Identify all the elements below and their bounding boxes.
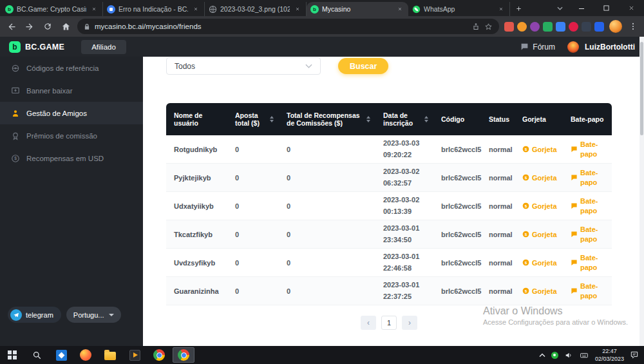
whatsapp-favicon (412, 5, 421, 14)
reload-icon[interactable] (41, 20, 54, 33)
cell-commission-rewards: 0 (280, 220, 377, 249)
cell-chat: Bate-papo (564, 277, 612, 305)
tab-close-icon[interactable] (497, 5, 506, 14)
media-player-icon[interactable] (122, 346, 147, 364)
profile-avatar[interactable] (609, 20, 622, 33)
forward-icon[interactable] (23, 20, 36, 33)
forum-link[interactable]: Fórum (520, 43, 555, 52)
cell-status: normal (482, 220, 516, 249)
home-icon[interactable] (59, 20, 72, 33)
volume-icon[interactable] (564, 351, 573, 359)
browser-tab-erro-indicacao[interactable]: Erro na Indicação - BC.Game (103, 2, 205, 16)
windows-taskbar: 22:47 02/03/2023 (0, 346, 644, 364)
tab-title: Mycasino (322, 5, 392, 13)
extension-icon[interactable] (556, 22, 565, 32)
extension-icon[interactable] (569, 22, 578, 32)
taskbar-search-button[interactable] (24, 346, 49, 364)
type-filter-dropdown[interactable]: Todos (166, 57, 321, 75)
browser-tab-bar: b BC.Game: Crypto Casino Gam Erro na Ind… (0, 0, 644, 16)
tab-afiliado[interactable]: Afiliado (81, 40, 126, 54)
col-header-signup-date[interactable]: Data de inscrição (377, 103, 435, 135)
tip-link[interactable]: $Gorjeta (522, 259, 558, 267)
tip-link[interactable]: $Gorjeta (522, 287, 558, 295)
browser-tab-mycasino-active[interactable]: b Mycasino (307, 2, 408, 16)
browser-menu-icon[interactable] (627, 22, 639, 31)
col-header-commission-rewards[interactable]: Total de Recompensas de Comissões ($) (280, 103, 377, 135)
new-tab-button[interactable] (510, 1, 527, 15)
language-selector[interactable]: Portugu... (66, 307, 121, 323)
extension-icon[interactable] (517, 22, 527, 32)
next-page-button[interactable]: › (402, 316, 417, 330)
cell-commission-rewards: 0 (280, 192, 377, 220)
sidebar-item-gestao-de-amigos[interactable]: Gestão de Amigos (0, 102, 143, 124)
chat-link[interactable]: Bate-papo (571, 196, 605, 215)
share-icon[interactable] (472, 23, 480, 30)
chat-link[interactable]: Bate-papo (571, 225, 605, 244)
extension-icon[interactable] (594, 22, 604, 32)
sidebar-item-label: Gestão de Amigos (26, 110, 87, 117)
file-explorer-icon[interactable] (98, 346, 122, 364)
cell-username: Uvdzsyfikyb (166, 249, 229, 277)
tip-link[interactable]: $Gorjeta (522, 231, 558, 238)
scrollbar-thumb[interactable] (640, 42, 643, 135)
username[interactable]: LuizBortolotti (585, 43, 635, 52)
chrome-icon[interactable] (173, 347, 194, 363)
sidebar-item-recompensas-em-usd[interactable]: $ Recompensas em USD (0, 147, 143, 169)
page-number[interactable]: 1 (381, 316, 397, 330)
tip-link[interactable]: $Gorjeta (522, 146, 558, 153)
whatsapp-tray-icon[interactable] (551, 352, 558, 359)
sort-icon[interactable] (366, 116, 370, 122)
tab-search-chevron-icon[interactable] (551, 0, 569, 16)
chat-link[interactable]: Bate-papo (571, 140, 605, 158)
address-bar[interactable]: mycasino.bc.ai/mycasino/friends (77, 19, 499, 34)
bookmark-star-icon[interactable] (484, 23, 493, 31)
sidebar-item-premios-de-comissao[interactable]: Prêmios de comissão (0, 124, 143, 147)
lock-icon (84, 23, 90, 30)
maximize-button[interactable] (594, 0, 619, 16)
chat-link[interactable]: Bate-papo (571, 168, 605, 187)
svg-text:$: $ (525, 289, 527, 293)
tip-link[interactable]: $Gorjeta (522, 202, 558, 210)
chat-link[interactable]: Bate-papo (571, 282, 605, 300)
bcgame-logo[interactable]: b BC.GAME (9, 41, 64, 53)
browser-tab-whatsapp[interactable]: WhatsApp (408, 2, 510, 16)
chrome-secondary-icon[interactable] (147, 346, 171, 364)
minimize-button[interactable] (569, 0, 594, 16)
tab-close-icon[interactable] (293, 5, 302, 14)
sidebar-item-codigos-de-referencia[interactable]: Códigos de referência (0, 57, 143, 79)
photos-app-icon[interactable] (49, 346, 73, 364)
tab-close-icon[interactable] (395, 5, 404, 14)
tab-close-icon[interactable] (191, 5, 200, 14)
sidebar-item-label: Recompensas em USD (26, 155, 104, 162)
browser-tab-bcgame[interactable]: b BC.Game: Crypto Casino Gam (1, 2, 103, 16)
user-avatar[interactable] (567, 41, 579, 53)
taskbar-clock[interactable]: 22:47 02/03/2023 (595, 347, 624, 363)
chat-link[interactable]: Bate-papo (571, 253, 605, 272)
cell-total-bet: 0 (229, 249, 280, 277)
extension-icon[interactable] (504, 22, 514, 32)
page-scrollbar[interactable] (639, 37, 644, 346)
browser-tab-png[interactable]: 2023-03-02_3.png (1024×76 (205, 2, 307, 16)
cell-username: Guaranizinha (166, 277, 229, 305)
keyboard-icon[interactable] (579, 351, 589, 359)
sort-icon[interactable] (424, 116, 428, 122)
sort-icon[interactable] (270, 116, 274, 122)
start-button[interactable] (0, 346, 24, 364)
extension-icon[interactable] (530, 22, 540, 32)
tab-close-icon[interactable] (90, 5, 99, 14)
tip-link[interactable]: $Gorjeta (522, 174, 558, 182)
search-button[interactable]: Buscar (338, 58, 388, 74)
col-header-total-bet[interactable]: Aposta total ($) (229, 103, 280, 135)
close-window-button[interactable] (619, 0, 644, 16)
back-icon[interactable] (5, 20, 18, 33)
telegram-button[interactable]: telegram (8, 307, 61, 323)
telegram-icon (10, 309, 22, 321)
extension-icon[interactable] (582, 22, 591, 32)
tray-expand-chevron-icon[interactable] (539, 353, 545, 358)
forum-label: Fórum (533, 43, 555, 52)
firefox-icon[interactable] (73, 346, 98, 364)
prev-page-button[interactable]: ‹ (361, 316, 376, 330)
action-center-icon[interactable] (630, 350, 639, 359)
sidebar-item-banner-baixar[interactable]: Banner baixar (0, 79, 143, 102)
extension-icon[interactable] (543, 22, 553, 32)
